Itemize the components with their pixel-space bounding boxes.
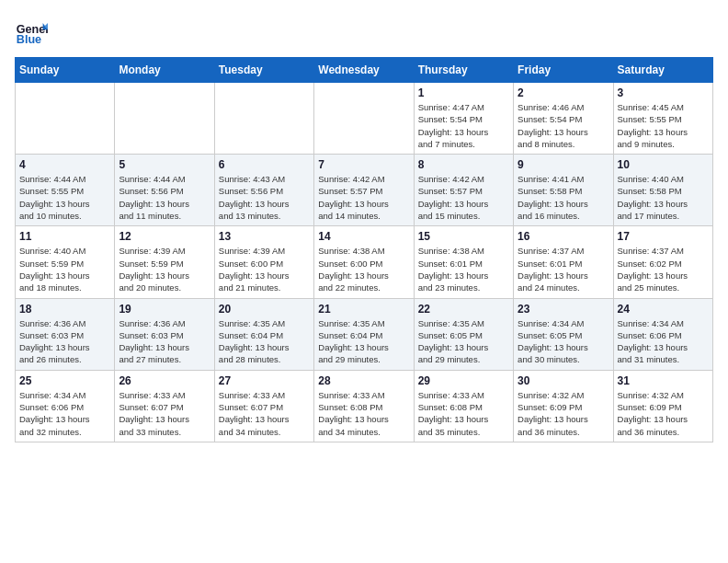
day-info: Sunrise: 4:46 AM Sunset: 5:54 PM Dayligh… xyxy=(518,101,609,150)
calendar-day-cell xyxy=(314,83,414,155)
calendar-day-cell: 19Sunrise: 4:36 AM Sunset: 6:03 PM Dayli… xyxy=(115,298,214,370)
day-number: 18 xyxy=(19,303,110,316)
calendar-day-cell: 16Sunrise: 4:37 AM Sunset: 6:01 PM Dayli… xyxy=(514,226,613,298)
calendar-day-cell: 1Sunrise: 4:47 AM Sunset: 5:54 PM Daylig… xyxy=(414,83,513,155)
day-info: Sunrise: 4:38 AM Sunset: 6:01 PM Dayligh… xyxy=(418,245,509,293)
day-of-week-header: Wednesday xyxy=(314,58,414,83)
calendar-day-cell: 3Sunrise: 4:45 AM Sunset: 5:55 PM Daylig… xyxy=(613,83,712,155)
day-info: Sunrise: 4:36 AM Sunset: 6:03 PM Dayligh… xyxy=(19,317,110,366)
day-of-week-header: Sunday xyxy=(16,58,115,83)
day-number: 6 xyxy=(219,158,310,171)
day-number: 22 xyxy=(418,303,509,316)
calendar-day-cell: 22Sunrise: 4:35 AM Sunset: 6:05 PM Dayli… xyxy=(414,298,513,370)
calendar-day-cell: 2Sunrise: 4:46 AM Sunset: 5:54 PM Daylig… xyxy=(514,83,613,155)
day-info: Sunrise: 4:35 AM Sunset: 6:04 PM Dayligh… xyxy=(219,317,310,366)
day-info: Sunrise: 4:37 AM Sunset: 6:02 PM Dayligh… xyxy=(618,245,709,293)
day-number: 7 xyxy=(318,158,409,171)
calendar-day-cell: 9Sunrise: 4:41 AM Sunset: 5:58 PM Daylig… xyxy=(514,155,613,226)
logo-icon: General Blue xyxy=(15,15,48,48)
day-info: Sunrise: 4:37 AM Sunset: 6:01 PM Dayligh… xyxy=(518,245,609,293)
calendar-day-cell: 18Sunrise: 4:36 AM Sunset: 6:03 PM Dayli… xyxy=(16,298,115,370)
calendar-day-cell xyxy=(115,83,214,155)
calendar-day-cell: 13Sunrise: 4:39 AM Sunset: 6:00 PM Dayli… xyxy=(214,226,313,298)
day-info: Sunrise: 4:44 AM Sunset: 5:56 PM Dayligh… xyxy=(119,173,210,222)
calendar-day-cell: 26Sunrise: 4:33 AM Sunset: 6:07 PM Dayli… xyxy=(115,370,214,442)
logo: General Blue xyxy=(15,15,48,48)
day-number: 10 xyxy=(618,158,709,171)
day-info: Sunrise: 4:33 AM Sunset: 6:07 PM Dayligh… xyxy=(119,389,210,438)
calendar-day-cell: 8Sunrise: 4:42 AM Sunset: 5:57 PM Daylig… xyxy=(414,155,513,226)
day-number: 15 xyxy=(418,230,509,243)
calendar-day-cell xyxy=(214,83,313,155)
day-info: Sunrise: 4:41 AM Sunset: 5:58 PM Dayligh… xyxy=(518,173,609,222)
calendar-table: SundayMondayTuesdayWednesdayThursdayFrid… xyxy=(15,57,713,442)
calendar-day-cell: 31Sunrise: 4:32 AM Sunset: 6:09 PM Dayli… xyxy=(613,370,712,442)
day-number: 9 xyxy=(518,158,609,171)
day-number: 4 xyxy=(19,158,110,171)
calendar-day-cell: 30Sunrise: 4:32 AM Sunset: 6:09 PM Dayli… xyxy=(514,370,613,442)
calendar-day-cell: 6Sunrise: 4:43 AM Sunset: 5:56 PM Daylig… xyxy=(214,155,313,226)
day-number: 31 xyxy=(618,374,709,387)
calendar-day-cell: 21Sunrise: 4:35 AM Sunset: 6:04 PM Dayli… xyxy=(314,298,414,370)
day-info: Sunrise: 4:36 AM Sunset: 6:03 PM Dayligh… xyxy=(119,317,210,366)
day-info: Sunrise: 4:42 AM Sunset: 5:57 PM Dayligh… xyxy=(418,173,509,222)
calendar-day-cell: 14Sunrise: 4:38 AM Sunset: 6:00 PM Dayli… xyxy=(314,226,414,298)
calendar-day-cell: 7Sunrise: 4:42 AM Sunset: 5:57 PM Daylig… xyxy=(314,155,414,226)
calendar-day-cell: 28Sunrise: 4:33 AM Sunset: 6:08 PM Dayli… xyxy=(314,370,414,442)
calendar-day-cell: 27Sunrise: 4:33 AM Sunset: 6:07 PM Dayli… xyxy=(214,370,313,442)
day-number: 8 xyxy=(418,158,509,171)
calendar-day-cell: 17Sunrise: 4:37 AM Sunset: 6:02 PM Dayli… xyxy=(613,226,712,298)
calendar-header-row: SundayMondayTuesdayWednesdayThursdayFrid… xyxy=(16,58,713,83)
calendar-day-cell: 12Sunrise: 4:39 AM Sunset: 5:59 PM Dayli… xyxy=(115,226,214,298)
calendar-day-cell: 4Sunrise: 4:44 AM Sunset: 5:55 PM Daylig… xyxy=(16,155,115,226)
day-number: 13 xyxy=(219,230,310,243)
page-header: General Blue xyxy=(15,15,713,48)
day-info: Sunrise: 4:40 AM Sunset: 5:58 PM Dayligh… xyxy=(618,173,709,222)
calendar-day-cell: 10Sunrise: 4:40 AM Sunset: 5:58 PM Dayli… xyxy=(613,155,712,226)
day-info: Sunrise: 4:33 AM Sunset: 6:08 PM Dayligh… xyxy=(418,389,509,438)
svg-text:Blue: Blue xyxy=(17,33,41,46)
day-number: 1 xyxy=(418,86,509,99)
day-number: 11 xyxy=(19,230,110,243)
day-info: Sunrise: 4:45 AM Sunset: 5:55 PM Dayligh… xyxy=(618,101,709,150)
day-number: 23 xyxy=(518,303,609,316)
day-info: Sunrise: 4:32 AM Sunset: 6:09 PM Dayligh… xyxy=(518,389,609,438)
calendar-day-cell: 25Sunrise: 4:34 AM Sunset: 6:06 PM Dayli… xyxy=(16,370,115,442)
day-number: 2 xyxy=(518,86,609,99)
day-number: 20 xyxy=(219,303,310,316)
day-info: Sunrise: 4:35 AM Sunset: 6:04 PM Dayligh… xyxy=(318,317,409,366)
day-number: 26 xyxy=(119,374,210,387)
calendar-week-row: 25Sunrise: 4:34 AM Sunset: 6:06 PM Dayli… xyxy=(16,370,713,442)
calendar-week-row: 4Sunrise: 4:44 AM Sunset: 5:55 PM Daylig… xyxy=(16,155,713,226)
day-info: Sunrise: 4:32 AM Sunset: 6:09 PM Dayligh… xyxy=(618,389,709,438)
calendar-week-row: 11Sunrise: 4:40 AM Sunset: 5:59 PM Dayli… xyxy=(16,226,713,298)
day-number: 19 xyxy=(119,303,210,316)
calendar-day-cell: 23Sunrise: 4:34 AM Sunset: 6:05 PM Dayli… xyxy=(514,298,613,370)
day-info: Sunrise: 4:38 AM Sunset: 6:00 PM Dayligh… xyxy=(318,245,409,293)
day-number: 28 xyxy=(318,374,409,387)
day-number: 24 xyxy=(618,303,709,316)
day-info: Sunrise: 4:34 AM Sunset: 6:06 PM Dayligh… xyxy=(618,317,709,366)
day-info: Sunrise: 4:47 AM Sunset: 5:54 PM Dayligh… xyxy=(418,101,509,150)
day-number: 25 xyxy=(19,374,110,387)
calendar-week-row: 1Sunrise: 4:47 AM Sunset: 5:54 PM Daylig… xyxy=(16,83,713,155)
day-of-week-header: Tuesday xyxy=(214,58,313,83)
calendar-day-cell xyxy=(16,83,115,155)
calendar-day-cell: 20Sunrise: 4:35 AM Sunset: 6:04 PM Dayli… xyxy=(214,298,313,370)
day-number: 30 xyxy=(518,374,609,387)
day-info: Sunrise: 4:39 AM Sunset: 5:59 PM Dayligh… xyxy=(119,245,210,293)
day-info: Sunrise: 4:34 AM Sunset: 6:06 PM Dayligh… xyxy=(19,389,110,438)
day-info: Sunrise: 4:44 AM Sunset: 5:55 PM Dayligh… xyxy=(19,173,110,222)
day-info: Sunrise: 4:43 AM Sunset: 5:56 PM Dayligh… xyxy=(219,173,310,222)
calendar-day-cell: 29Sunrise: 4:33 AM Sunset: 6:08 PM Dayli… xyxy=(414,370,513,442)
calendar-day-cell: 11Sunrise: 4:40 AM Sunset: 5:59 PM Dayli… xyxy=(16,226,115,298)
day-info: Sunrise: 4:33 AM Sunset: 6:07 PM Dayligh… xyxy=(219,389,310,438)
calendar-week-row: 18Sunrise: 4:36 AM Sunset: 6:03 PM Dayli… xyxy=(16,298,713,370)
day-info: Sunrise: 4:39 AM Sunset: 6:00 PM Dayligh… xyxy=(219,245,310,293)
day-info: Sunrise: 4:33 AM Sunset: 6:08 PM Dayligh… xyxy=(318,389,409,438)
day-of-week-header: Monday xyxy=(115,58,214,83)
day-info: Sunrise: 4:42 AM Sunset: 5:57 PM Dayligh… xyxy=(318,173,409,222)
day-number: 29 xyxy=(418,374,509,387)
day-number: 16 xyxy=(518,230,609,243)
day-of-week-header: Friday xyxy=(514,58,613,83)
